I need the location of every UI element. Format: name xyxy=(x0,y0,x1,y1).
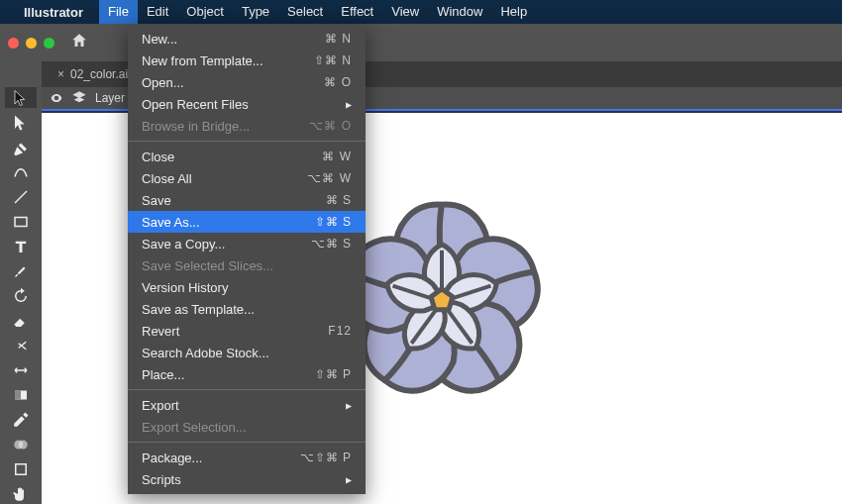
menu-item-save-a-copy[interactable]: Save a Copy...⌥⌘ S xyxy=(128,233,366,254)
menu-item-revert[interactable]: RevertF12 xyxy=(128,320,366,342)
menu-item-save-as[interactable]: Save As...⇧⌘ S xyxy=(128,211,366,233)
artboard-icon xyxy=(12,460,30,478)
window-zoom-button[interactable] xyxy=(44,38,54,49)
menu-item-shortcut: ⌥⌘ S xyxy=(311,237,352,251)
menubar-items: FileEditObjectTypeSelectEffectViewWindow… xyxy=(99,0,536,24)
layer-bar: Layer 1 xyxy=(0,87,842,111)
direct-selection-icon xyxy=(12,114,30,132)
menu-item-save-as-template[interactable]: Save as Template... xyxy=(128,298,366,320)
menu-separator xyxy=(128,141,366,142)
menu-item-label: Save a Copy... xyxy=(142,237,225,252)
menu-item-label: Search Adobe Stock... xyxy=(142,346,269,360)
menu-item-label: Place... xyxy=(142,367,184,382)
tool-artboard[interactable] xyxy=(5,458,37,479)
layers-icon[interactable] xyxy=(71,90,87,106)
menu-object[interactable]: Object xyxy=(177,0,233,24)
menu-item-label: Save xyxy=(142,193,171,208)
tool-paintbrush[interactable] xyxy=(5,260,37,281)
tab-close-icon[interactable]: × xyxy=(57,67,64,81)
menu-item-shortcut: ⇧⌘ N xyxy=(314,53,352,67)
menu-item-new[interactable]: New...⌘ N xyxy=(128,28,366,50)
menu-item-place[interactable]: Place...⇧⌘ P xyxy=(128,363,366,385)
svg-rect-2 xyxy=(15,390,21,399)
hand-icon xyxy=(12,485,30,503)
eyedropper-icon xyxy=(12,411,30,429)
menu-item-open[interactable]: Open...⌘ O xyxy=(128,71,366,93)
tool-hand[interactable] xyxy=(5,483,37,504)
visibility-icon[interactable] xyxy=(50,91,63,105)
menu-effect[interactable]: Effect xyxy=(332,0,382,24)
menu-item-browse-in-bridge: Browse in Bridge...⌥⌘ O xyxy=(128,115,366,137)
window-minimize-button[interactable] xyxy=(26,38,37,49)
tool-scissors[interactable] xyxy=(5,335,37,355)
menu-item-shortcut: ⇧⌘ P xyxy=(315,367,352,381)
menu-item-close-all[interactable]: Close All⌥⌘ W xyxy=(128,167,366,189)
menu-window[interactable]: Window xyxy=(428,0,491,24)
tool-eyedropper[interactable] xyxy=(5,409,37,430)
menu-item-export[interactable]: Export▶ xyxy=(128,394,366,416)
menu-help[interactable]: Help xyxy=(491,0,536,24)
curvature-icon xyxy=(12,163,30,181)
home-icon[interactable] xyxy=(70,32,88,54)
menu-item-label: Open Recent Files xyxy=(142,97,249,112)
menu-item-save-selected-slices: Save Selected Slices... xyxy=(128,254,366,276)
window-controls xyxy=(8,38,54,49)
tool-selection[interactable] xyxy=(5,87,37,108)
tool-direct-selection[interactable] xyxy=(5,112,37,133)
menu-view[interactable]: View xyxy=(382,0,428,24)
line-icon xyxy=(12,188,30,206)
menu-item-label: Close xyxy=(142,150,174,164)
rectangle-icon xyxy=(12,213,30,231)
menu-item-label: Export xyxy=(142,398,179,413)
tool-gradient[interactable] xyxy=(5,384,37,405)
menu-edit[interactable]: Edit xyxy=(138,0,177,24)
menu-select[interactable]: Select xyxy=(278,0,332,24)
tool-width[interactable] xyxy=(5,359,37,380)
tool-eraser[interactable] xyxy=(5,310,37,331)
menu-item-label: Revert xyxy=(142,324,179,339)
menu-item-label: New from Template... xyxy=(142,53,263,68)
menu-item-label: Scripts xyxy=(142,472,181,487)
tool-rotate[interactable] xyxy=(5,285,37,306)
chevron-right-icon: ▶ xyxy=(346,99,352,110)
menu-item-label: Version History xyxy=(142,280,228,295)
tool-blend[interactable] xyxy=(5,434,37,454)
menu-item-new-from-template[interactable]: New from Template...⇧⌘ N xyxy=(128,50,366,71)
paintbrush-icon xyxy=(12,262,30,280)
menu-item-label: New... xyxy=(142,32,177,47)
svg-point-4 xyxy=(19,440,28,449)
chevron-right-icon: ▶ xyxy=(346,474,352,485)
menu-file[interactable]: File xyxy=(99,0,138,24)
menu-item-shortcut: ⌥⌘ O xyxy=(309,119,352,133)
menu-item-shortcut: ⌥⌘ W xyxy=(307,171,352,185)
blend-icon xyxy=(12,436,30,454)
menu-item-close[interactable]: Close⌘ W xyxy=(128,146,366,167)
menu-item-scripts[interactable]: Scripts▶ xyxy=(128,468,366,490)
chevron-right-icon: ▶ xyxy=(346,400,352,411)
document-tabbar: × 02_color.ai* xyxy=(0,61,842,87)
tool-curvature[interactable] xyxy=(5,161,37,182)
tool-rectangle[interactable] xyxy=(5,211,37,232)
selection-icon xyxy=(12,89,30,107)
app-toolbar xyxy=(0,24,842,61)
tool-line[interactable] xyxy=(5,186,37,207)
menu-item-label: Browse in Bridge... xyxy=(142,119,250,134)
menu-item-package[interactable]: Package...⌥⇧⌘ P xyxy=(128,447,366,468)
menu-item-shortcut: ⌘ O xyxy=(324,75,352,89)
tool-pen[interactable] xyxy=(5,137,37,157)
menu-item-save[interactable]: Save⌘ S xyxy=(128,189,366,211)
menu-separator xyxy=(128,442,366,443)
menu-item-label: Close All xyxy=(142,171,192,186)
menu-item-shortcut: F12 xyxy=(328,324,352,338)
menu-item-search-adobe-stock[interactable]: Search Adobe Stock... xyxy=(128,342,366,363)
menu-item-open-recent-files[interactable]: Open Recent Files▶ xyxy=(128,93,366,115)
menu-type[interactable]: Type xyxy=(233,0,278,24)
rotate-icon xyxy=(12,287,30,305)
tool-panel xyxy=(0,61,42,504)
window-close-button[interactable] xyxy=(8,38,19,49)
document-tab[interactable]: × 02_color.ai* xyxy=(50,61,141,87)
tool-type[interactable] xyxy=(5,236,37,256)
menu-item-label: Open... xyxy=(142,75,184,90)
app-name: Illustrator xyxy=(24,5,83,20)
menu-item-version-history[interactable]: Version History xyxy=(128,276,366,298)
